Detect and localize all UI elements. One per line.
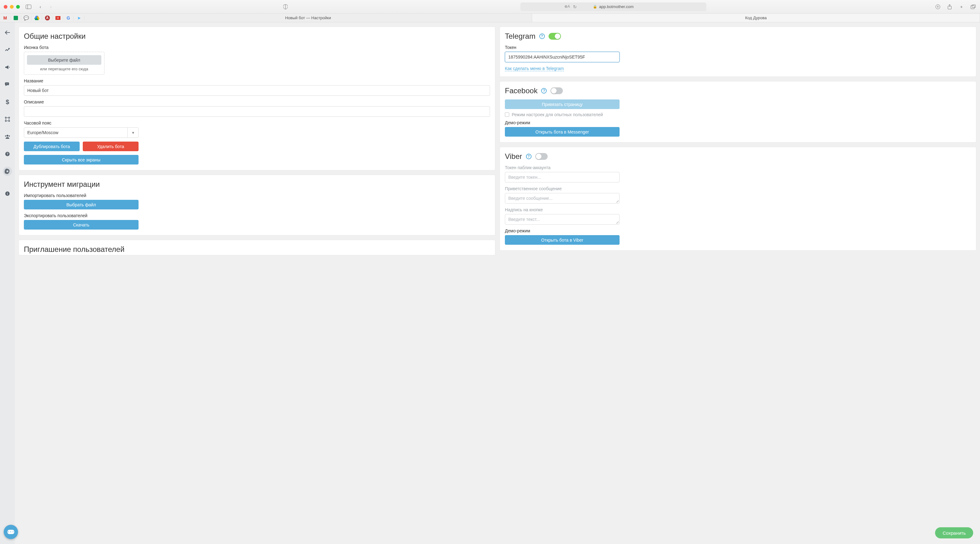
tab-label: Код Дурова (745, 16, 767, 20)
viber-button-input[interactable] (505, 214, 620, 225)
bookmarks-bar: M 💬 A ✉ G ➤ (0, 14, 84, 22)
right-column: Telegram ? Токен Как сделать меню в Tele… (500, 27, 976, 251)
bind-page-button[interactable]: Привязать страницу (505, 100, 620, 109)
tz-value[interactable] (24, 127, 138, 138)
viber-toggle[interactable] (535, 153, 548, 160)
window-controls (4, 5, 20, 9)
bookmark-google[interactable]: G (63, 16, 74, 21)
invite-card: Приглашение пользователей (19, 240, 495, 255)
desc-label: Описание (24, 100, 490, 105)
viber-welcome-input[interactable] (505, 193, 620, 203)
browser-tabs: Новый бот — Настройки Код Дурова (84, 14, 980, 22)
help-icon[interactable]: ? (526, 154, 531, 159)
facebook-card: Facebook ? Привязать страницу Режим наст… (500, 81, 976, 143)
bookmark-drive[interactable] (32, 16, 42, 20)
browser-tab-active[interactable]: Новый бот — Настройки (84, 14, 532, 22)
svg-point-9 (8, 84, 8, 84)
app-sidebar: $ ? i (0, 22, 15, 544)
share-icon[interactable] (947, 4, 953, 10)
migration-card: Инструмент миграции Импортировать пользо… (19, 175, 495, 235)
duplicate-bot-button[interactable]: Дублировать бота (24, 141, 80, 151)
export-download-button[interactable]: Скачать (24, 220, 138, 230)
sidebar-item-analytics[interactable] (3, 45, 12, 54)
dropzone-hint: или перетащите его сюда (40, 67, 88, 71)
sidebar-item-users[interactable] (3, 132, 12, 141)
left-column: Общие настройки Иконка бота Выберите фай… (19, 27, 495, 255)
viber-title: Viber (505, 152, 522, 161)
maximize-window[interactable] (16, 5, 20, 9)
tabs-overview-icon[interactable] (970, 4, 976, 10)
sidebar-toggle-icon[interactable] (25, 4, 32, 10)
svg-point-8 (7, 84, 8, 84)
advanced-checkbox[interactable] (505, 113, 509, 117)
svg-rect-10 (6, 118, 9, 121)
desc-input[interactable] (24, 106, 490, 117)
bookmark-and-tabs-row: M 💬 A ✉ G ➤ Новый бот — Настройки Код Ду… (0, 14, 980, 22)
hide-all-screens-button[interactable]: Скрыть все экраны (24, 155, 138, 165)
tab-label: Новый бот — Настройки (285, 16, 331, 20)
nav-back-icon[interactable]: ‹ (37, 4, 43, 10)
viber-demo-label: Демо-режим (505, 228, 971, 233)
choose-file-button[interactable]: Выберите файл (27, 55, 101, 65)
sidebar-item-screens[interactable] (3, 115, 12, 124)
open-viber-button[interactable]: Открыть бота в Viber (505, 235, 620, 245)
minimize-window[interactable] (10, 5, 14, 9)
sidebar-item-settings[interactable] (3, 167, 12, 176)
import-label: Импортировать пользователей (24, 193, 490, 198)
help-icon[interactable]: ? (541, 88, 547, 94)
facebook-toggle[interactable] (550, 87, 563, 94)
sidebar-item-info[interactable]: i (3, 189, 12, 198)
icon-dropzone[interactable]: Выберите файл или перетащите его сюда (24, 52, 105, 75)
general-settings-card: Общие настройки Иконка бота Выберите фай… (19, 27, 495, 170)
nav-forward-icon[interactable]: › (48, 4, 54, 10)
sidebar-item-back[interactable] (3, 28, 12, 37)
invite-heading: Приглашение пользователей (24, 245, 490, 254)
svg-rect-5 (971, 5, 974, 9)
translate-icon[interactable]: ⊗A (565, 4, 570, 9)
browser-tab-inactive[interactable]: Код Дурова (532, 14, 980, 22)
name-label: Название (24, 78, 490, 83)
address-bar[interactable]: 🔒 app.botmother.com (520, 3, 706, 11)
bookmark-sheets[interactable] (11, 16, 21, 20)
tz-select[interactable]: ▾ (24, 127, 138, 138)
viber-button-label: Надпись на кнопке (505, 207, 971, 212)
bookmark-chat[interactable]: 💬 (21, 16, 32, 21)
open-messenger-button[interactable]: Открыть бота в Messenger (505, 127, 620, 136)
privacy-shield-icon[interactable] (282, 4, 288, 10)
viber-heading: Viber ? (505, 152, 971, 161)
content-area: Общие настройки Иконка бота Выберите фай… (15, 22, 980, 544)
import-file-button[interactable]: Выбрать файл (24, 200, 138, 209)
export-label: Экспортировать пользователей (24, 213, 490, 218)
sidebar-item-dialogs[interactable] (3, 80, 12, 89)
name-input[interactable] (24, 85, 490, 96)
viber-token-input[interactable] (505, 172, 620, 182)
bookmark-mail[interactable]: ✉ (52, 16, 63, 20)
new-tab-icon[interactable]: + (958, 4, 964, 10)
telegram-toggle[interactable] (549, 33, 561, 40)
downloads-icon[interactable] (935, 4, 941, 10)
save-button[interactable]: Сохранить (935, 527, 973, 538)
fb-demo-label: Демо-режим (505, 120, 971, 125)
viber-card: Viber ? Токен паблик-аккаунта Приветстве… (500, 147, 976, 251)
viber-welcome-label: Приветственное сообщение (505, 186, 971, 191)
telegram-token-input[interactable] (505, 52, 620, 62)
sidebar-item-help[interactable]: ? (3, 149, 12, 159)
delete-bot-button[interactable]: Удалить бота (83, 141, 138, 151)
sidebar-item-broadcast[interactable] (3, 63, 12, 72)
migration-heading: Инструмент миграции (24, 180, 490, 189)
reload-icon[interactable]: ↻ (573, 4, 577, 9)
bookmark-next[interactable]: ➤ (74, 16, 84, 21)
telegram-menu-link[interactable]: Как сделать меню в Telegram (505, 66, 564, 71)
tz-label: Часовой пояс (24, 121, 490, 125)
help-icon[interactable]: ? (539, 33, 545, 39)
svg-point-13 (9, 135, 10, 136)
support-chat-button[interactable] (4, 525, 18, 539)
telegram-card: Telegram ? Токен Как сделать меню в Tele… (500, 27, 976, 77)
svg-point-11 (6, 135, 8, 136)
sidebar-item-billing[interactable]: $ (3, 97, 12, 106)
close-window[interactable] (4, 5, 8, 9)
bookmark-app1[interactable]: A (42, 16, 52, 21)
svg-text:?: ? (6, 152, 8, 156)
bookmark-gmail[interactable]: M (0, 16, 11, 21)
svg-text:i: i (7, 192, 8, 195)
